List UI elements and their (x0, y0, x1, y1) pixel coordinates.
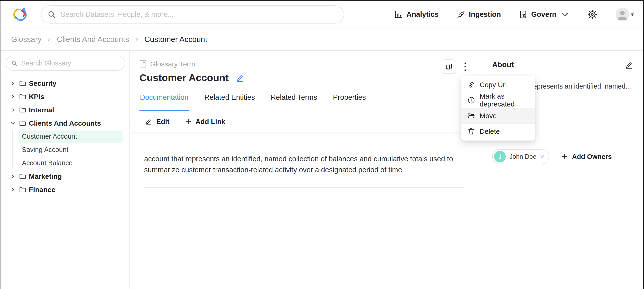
edit-about-pencil-icon[interactable] (625, 61, 633, 69)
chevron-right-icon[interactable] (10, 81, 15, 86)
chevron-right-icon (134, 37, 139, 42)
nav-govern-label: Govern (531, 10, 556, 19)
tab-related-terms[interactable]: Related Terms (270, 92, 318, 111)
term-actions (442, 60, 468, 74)
term-main-panel: Glossary Term Customer Account (130, 51, 482, 289)
owners-row: J John Doe × + Add Owners (492, 149, 639, 164)
term-context-menu: Copy Url Mark as deprecated Move Delet (461, 76, 535, 141)
datahub-logo-icon[interactable] (12, 7, 28, 22)
about-header: About (482, 51, 644, 69)
header-nav: Analytics Ingestion Govern (394, 8, 644, 21)
menu-item-label: Mark as deprecated (480, 92, 528, 108)
book-icon (140, 60, 146, 68)
page-title: Customer Account (140, 72, 229, 83)
remove-owner-icon[interactable]: × (540, 153, 544, 160)
breadcrumb-clients-and-accounts[interactable]: Clients And Accounts (57, 35, 129, 44)
chevron-down-icon[interactable] (10, 121, 15, 126)
edit-title-pencil-icon[interactable] (236, 73, 244, 82)
pencil-icon (144, 118, 152, 125)
tree-node-label[interactable]: Saving Account (19, 144, 122, 156)
link-icon (468, 81, 475, 89)
app-window: Search Datasets, People, & more... Analy… (0, 0, 644, 289)
tree-node-marketing[interactable]: Marketing (0, 170, 130, 183)
folder-icon (19, 80, 26, 87)
add-link-button[interactable]: + Add Link (185, 118, 226, 126)
nav-analytics[interactable]: Analytics (394, 10, 439, 19)
tab-related-entities[interactable]: Related Entities (204, 92, 256, 111)
trash-icon (468, 128, 475, 135)
glossary-search-input[interactable]: Search Glossary (6, 56, 125, 71)
user-avatar-icon (616, 8, 629, 21)
copy-urn-button[interactable] (442, 60, 456, 74)
tree-node-internal[interactable]: Internal (0, 103, 130, 117)
tree-node-label[interactable]: Customer Account (19, 131, 122, 143)
tree-node-security[interactable]: Security (0, 77, 130, 90)
plus-icon: + (185, 118, 192, 125)
edit-button[interactable]: Edit (144, 118, 170, 126)
chevron-right-icon[interactable] (10, 187, 15, 192)
entity-type-label: Glossary Term (150, 60, 195, 68)
folder-open-icon (468, 112, 475, 120)
tree-node-finance[interactable]: Finance (0, 183, 130, 196)
more-options-kebab-icon[interactable] (462, 60, 468, 73)
entity-type-row: Glossary Term (140, 60, 482, 68)
tree-node-account-balance[interactable]: Account Balance (0, 156, 130, 170)
tab-properties[interactable]: Properties (332, 92, 366, 111)
nav-ingestion[interactable]: Ingestion (457, 10, 501, 19)
tree-node-label: KPIs (29, 93, 44, 101)
term-description: account that represents an identified, n… (144, 153, 464, 175)
owner-name: John Doe (510, 153, 536, 160)
tree-node-label: Marketing (29, 172, 62, 180)
menu-item-move[interactable]: Move (461, 108, 535, 124)
chevron-right-icon (47, 37, 51, 42)
global-search-input[interactable]: Search Datasets, People, & more... (41, 5, 344, 24)
term-header: Glossary Term Customer Account (130, 51, 482, 83)
chevron-right-icon[interactable] (10, 107, 15, 113)
chevron-right-icon[interactable] (10, 174, 15, 179)
gear-icon (587, 9, 598, 20)
govern-icon (519, 10, 527, 19)
chevron-down-icon (561, 10, 569, 19)
top-header: Search Datasets, People, & more... Analy… (0, 1, 644, 28)
nav-govern[interactable]: Govern (519, 10, 569, 19)
api-icon (457, 10, 465, 19)
folder-icon (19, 120, 26, 126)
add-link-button-label: Add Link (195, 118, 225, 126)
tab-documentation[interactable]: Documentation (140, 92, 189, 111)
tree-children-clients-and-accounts: Customer Account Saving Account Account … (0, 130, 130, 170)
documentation-divider (144, 187, 464, 188)
owner-chip[interactable]: J John Doe × (492, 149, 549, 164)
tree-node-kpis[interactable]: KPIs (0, 90, 130, 103)
menu-item-label: Delete (480, 128, 500, 135)
owner-avatar: J (494, 151, 506, 162)
menu-item-mark-as-deprecated[interactable]: Mark as deprecated (461, 93, 535, 108)
glossary-search-placeholder: Search Glossary (21, 60, 71, 67)
edit-button-label: Edit (156, 118, 170, 126)
tree-node-label: Clients And Accounts (29, 119, 101, 127)
tree-node-customer-account[interactable]: Customer Account (0, 130, 130, 143)
title-row: Customer Account (140, 72, 482, 83)
menu-item-label: Copy Url (480, 81, 507, 89)
plus-icon: + (561, 153, 568, 160)
add-owners-label: Add Owners (572, 153, 612, 161)
breadcrumb-current: Customer Account (144, 35, 207, 44)
tree-node-saving-account[interactable]: Saving Account (0, 143, 130, 156)
glossary-tree: Security KPIs Internal Clients And Accou… (0, 77, 130, 196)
page-body: Search Glossary Security KPIs Internal (0, 51, 644, 289)
user-menu[interactable]: ▾ (616, 8, 634, 21)
tree-node-label: Finance (29, 186, 55, 194)
menu-item-delete[interactable]: Delete (461, 124, 535, 139)
copy-icon (445, 63, 452, 70)
add-owners-button[interactable]: + Add Owners (561, 153, 612, 161)
settings-button[interactable] (587, 9, 598, 20)
tree-node-clients-and-accounts[interactable]: Clients And Accounts (0, 117, 130, 130)
window-edge-left (0, 0, 0, 289)
menu-item-label: Move (480, 112, 496, 120)
tree-node-label: Internal (29, 106, 54, 114)
menu-item-copy-url[interactable]: Copy Url (461, 77, 535, 93)
folder-icon (19, 173, 26, 179)
chevron-right-icon[interactable] (10, 94, 15, 99)
breadcrumb-glossary[interactable]: Glossary (11, 35, 42, 44)
search-icon (48, 10, 56, 19)
tree-node-label[interactable]: Account Balance (19, 157, 122, 169)
